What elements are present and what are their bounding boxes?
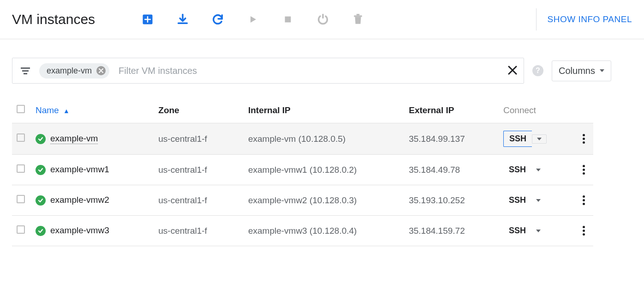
table-row[interactable]: example-vmw2us-central1-fexample-vmw2 (1…: [12, 185, 593, 216]
vm-name[interactable]: example-vmw2: [50, 195, 109, 205]
ssh-button[interactable]: SSH: [503, 162, 531, 177]
column-header-name[interactable]: Name ▲: [31, 97, 154, 123]
ssh-button[interactable]: SSH: [503, 193, 531, 208]
row-checkbox[interactable]: [17, 195, 25, 203]
vm-table: Name ▲ Zone Internal IP External IP Conn…: [12, 97, 593, 246]
show-info-panel-button[interactable]: SHOW INFO PANEL: [548, 14, 632, 24]
ssh-dropdown[interactable]: [531, 227, 545, 235]
chevron-down-icon: [536, 199, 541, 202]
vm-name[interactable]: example-vm: [50, 133, 98, 144]
more-actions-icon[interactable]: [579, 195, 589, 205]
chevron-down-icon: [600, 69, 604, 72]
import-icon[interactable]: [176, 13, 189, 26]
column-header-internal-ip[interactable]: Internal IP: [244, 97, 404, 123]
column-header-zone[interactable]: Zone: [154, 97, 244, 123]
clear-filter-icon[interactable]: [508, 64, 517, 78]
svg-rect-3: [357, 14, 360, 15]
status-running-icon: [36, 134, 46, 144]
delete-icon[interactable]: [352, 13, 364, 26]
ssh-dropdown[interactable]: [531, 196, 545, 205]
vm-zone: us-central1-f: [154, 123, 244, 155]
vm-external-ip: 35.184.99.137: [404, 123, 499, 155]
page-title: VM instances: [12, 12, 95, 27]
select-all-checkbox[interactable]: [17, 105, 25, 113]
row-checkbox[interactable]: [17, 225, 25, 234]
page-header: VM instances SHOW INFO PANEL: [0, 0, 644, 39]
table-row[interactable]: example-vmw1us-central1-fexample-vmw1 (1…: [12, 155, 593, 185]
ssh-dropdown[interactable]: [532, 134, 547, 144]
toolbar: [141, 13, 364, 26]
filter-input[interactable]: [118, 65, 508, 77]
filter-chip[interactable]: example-vm: [39, 63, 109, 79]
sort-asc-icon: ▲: [63, 107, 70, 115]
vm-zone: us-central1-f: [154, 185, 244, 216]
vm-name[interactable]: example-vmw3: [50, 225, 109, 235]
status-running-icon: [36, 165, 46, 175]
filter-chip-label: example-vm: [47, 66, 92, 76]
vm-name[interactable]: example-vmw1: [50, 164, 109, 174]
chevron-down-icon: [536, 230, 541, 232]
vm-internal-ip: example-vmw2 (10.128.0.3): [244, 185, 404, 216]
more-actions-icon[interactable]: [579, 134, 589, 144]
ssh-button[interactable]: SSH: [503, 131, 532, 147]
status-running-icon: [36, 226, 46, 236]
column-header-connect: Connect: [499, 97, 574, 123]
column-header-external-ip[interactable]: External IP: [404, 97, 499, 123]
more-actions-icon[interactable]: [579, 165, 589, 175]
columns-label: Columns: [559, 66, 595, 76]
ssh-dropdown[interactable]: [531, 166, 545, 174]
filter-box[interactable]: example-vm: [12, 58, 524, 84]
more-actions-icon[interactable]: [579, 226, 589, 236]
vm-zone: us-central1-f: [154, 216, 244, 246]
create-instance-button[interactable]: [141, 13, 154, 26]
stop-icon[interactable]: [281, 13, 294, 26]
filter-chip-remove-icon[interactable]: [96, 66, 106, 75]
chevron-down-icon: [537, 138, 542, 140]
vm-external-ip: 35.184.159.72: [404, 216, 499, 246]
ssh-button[interactable]: SSH: [503, 223, 531, 238]
row-checkbox[interactable]: [17, 164, 25, 173]
filter-bar: example-vm ? Columns: [0, 39, 644, 93]
vm-internal-ip: example-vm (10.128.0.5): [244, 123, 404, 155]
row-checkbox[interactable]: [17, 133, 25, 142]
chevron-down-icon: [536, 169, 541, 171]
help-icon[interactable]: ?: [532, 65, 543, 76]
filter-icon: [19, 64, 32, 77]
refresh-icon[interactable]: [211, 13, 224, 26]
table-row[interactable]: example-vmw3us-central1-fexample-vmw3 (1…: [12, 216, 593, 246]
table-header-row: Name ▲ Zone Internal IP External IP Conn…: [12, 97, 593, 123]
start-icon[interactable]: [246, 13, 259, 26]
vm-external-ip: 35.184.49.78: [404, 155, 499, 185]
vm-external-ip: 35.193.10.252: [404, 185, 499, 216]
vm-internal-ip: example-vmw3 (10.128.0.4): [244, 216, 404, 246]
reset-icon[interactable]: [316, 13, 329, 26]
svg-rect-1: [285, 17, 291, 23]
table-row[interactable]: example-vmus-central1-fexample-vm (10.12…: [12, 123, 593, 155]
vm-internal-ip: example-vmw1 (10.128.0.2): [244, 155, 404, 185]
svg-rect-2: [354, 15, 362, 17]
header-divider: [536, 8, 537, 30]
columns-button[interactable]: Columns: [552, 61, 611, 81]
vm-zone: us-central1-f: [154, 155, 244, 185]
status-running-icon: [36, 195, 46, 206]
